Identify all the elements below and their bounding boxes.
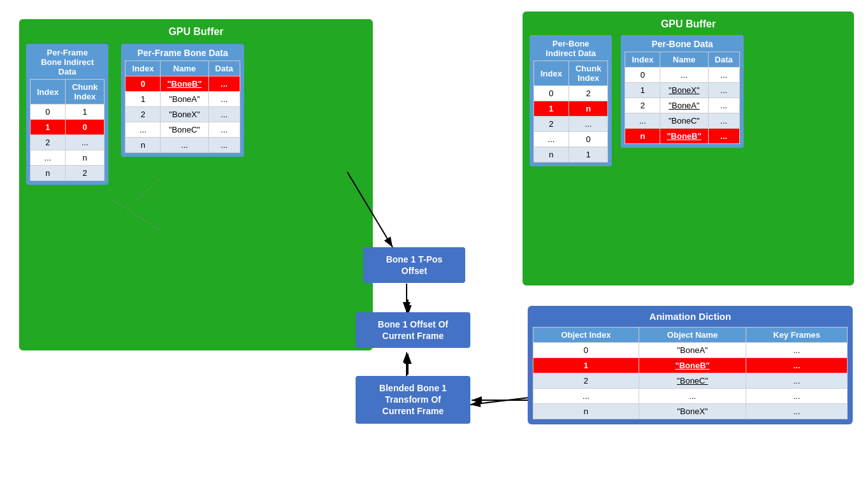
- table-row: 0 "BoneA" ...: [533, 343, 848, 358]
- cell: "BoneX": [639, 404, 746, 419]
- left-frame-data-box: Per-Frame Bone Data Index Name Data: [121, 44, 243, 157]
- left-indirect-title: Per-FrameBone IndirectData: [30, 48, 105, 76]
- table-row: 1 "BoneB" ...: [533, 358, 848, 373]
- cell: 0: [534, 86, 569, 101]
- cell: n: [533, 404, 639, 419]
- cell: ...: [534, 132, 569, 147]
- th-index: Index: [625, 52, 660, 68]
- right-bone-data-box: Per-Bone Data Index Name Data: [621, 35, 743, 148]
- left-indirect-table-box: Per-FrameBone IndirectData Index ChunkIn…: [26, 44, 108, 185]
- left-frame-data-title: Per-Frame Bone Data: [125, 48, 240, 58]
- cell: 2: [568, 86, 607, 101]
- table-row: n ... ...: [126, 138, 240, 153]
- th-object-name: Object Name: [639, 328, 746, 343]
- blended-bone-label: Blended Bone 1Transform OfCurrent Frame: [379, 383, 447, 416]
- cell: ...: [746, 373, 848, 389]
- cell: ...: [639, 389, 746, 404]
- cell: "BoneC": [660, 113, 708, 129]
- cell: ...: [746, 343, 848, 358]
- cell: 2: [126, 107, 161, 122]
- cell: 2: [533, 373, 639, 389]
- svg-line-9: [470, 398, 529, 405]
- cell: 0: [625, 68, 660, 83]
- table-row: 2 ...: [31, 135, 105, 150]
- left-indirect-header-chunk: ChunkIndex: [65, 80, 104, 105]
- cell: "BoneB": [660, 129, 708, 144]
- left-gpu-buffer-title: GPU Buffer: [26, 26, 366, 38]
- cell: "BoneA": [161, 92, 208, 107]
- cell: ...: [31, 150, 66, 166]
- cell: 2: [625, 98, 660, 113]
- right-indirect-table: Index ChunkIndex 0 2 1 n: [533, 61, 608, 162]
- left-gpu-buffer: GPU Buffer Per-FrameBone IndirectData In…: [19, 19, 373, 350]
- table-row: 1 "BoneX" ...: [625, 83, 739, 98]
- th-data: Data: [708, 52, 739, 68]
- th-key-frames: Key Frames: [746, 328, 848, 343]
- cell: 1: [126, 92, 161, 107]
- th-name: Name: [161, 61, 208, 76]
- cell: n: [534, 147, 569, 162]
- bone-tpos-offset-box: Bone 1 T-PosOffset: [363, 247, 465, 283]
- cell: ...: [708, 113, 739, 129]
- table-row: 0 2: [534, 86, 608, 101]
- right-indirect-table-box: Per-BoneIndirect Data Index ChunkIndex 0: [530, 35, 612, 166]
- cell: ...: [660, 68, 708, 83]
- cell: ...: [208, 76, 240, 92]
- cell: ...: [533, 389, 639, 404]
- cell: "BoneC": [161, 122, 208, 138]
- table-row: 0 ... ...: [625, 68, 739, 83]
- cell: 1: [625, 83, 660, 98]
- th-data: Data: [208, 61, 240, 76]
- diagram-container: GPU Buffer Per-FrameBone IndirectData In…: [0, 0, 868, 483]
- cell: ...: [65, 135, 104, 150]
- cell: ...: [208, 122, 240, 138]
- table-row: n "BoneX" ...: [533, 404, 848, 419]
- table-row: ... ... ...: [533, 389, 848, 404]
- cell: 2: [65, 166, 104, 181]
- table-row: 2 "BoneA" ...: [625, 98, 739, 113]
- table-row: n "BoneB" ...: [625, 129, 739, 144]
- th-name: Name: [660, 52, 708, 68]
- bone-tpos-offset-label: Bone 1 T-PosOffset: [386, 254, 443, 276]
- cell: n: [126, 138, 161, 153]
- right-gpu-buffer-title: GPU Buffer: [530, 18, 847, 30]
- cell: ...: [746, 358, 848, 373]
- right-bone-data-title: Per-Bone Data: [625, 39, 739, 49]
- cell: "BoneA": [639, 343, 746, 358]
- right-indirect-title: Per-BoneIndirect Data: [533, 39, 608, 58]
- cell: ...: [126, 122, 161, 138]
- th-index: Index: [534, 61, 569, 86]
- cell: n: [625, 129, 660, 144]
- cell: 1: [533, 358, 639, 373]
- table-row: 1 n: [534, 101, 608, 117]
- cell: "BoneB": [161, 76, 208, 92]
- table-row: 1 0: [31, 120, 105, 135]
- table-row: 2 "BoneC" ...: [533, 373, 848, 389]
- cell: ...: [161, 138, 208, 153]
- table-row: 1 "BoneA" ...: [126, 92, 240, 107]
- cell: 0: [533, 343, 639, 358]
- cell: n: [31, 166, 66, 181]
- cell: n: [568, 101, 607, 117]
- cell: "BoneA": [660, 98, 708, 113]
- cell: ...: [746, 389, 848, 404]
- cell: ...: [708, 98, 739, 113]
- cell: ...: [208, 107, 240, 122]
- cell: 1: [31, 120, 66, 135]
- cell: 0: [126, 76, 161, 92]
- cell: 2: [31, 135, 66, 150]
- table-row: 0 "BoneB" ...: [126, 76, 240, 92]
- cell: "BoneB": [639, 358, 746, 373]
- th-chunk: ChunkIndex: [568, 61, 607, 86]
- cell: ...: [708, 68, 739, 83]
- cell: ...: [568, 117, 607, 132]
- anim-dict-table: Object Index Object Name Key Frames 0 "B…: [533, 327, 848, 419]
- th-index: Index: [126, 61, 161, 76]
- cell: ...: [625, 113, 660, 129]
- bone-offset-current-frame-box: Bone 1 Offset OfCurrent Frame: [356, 312, 470, 348]
- table-row: 0 1: [31, 105, 105, 120]
- table-row: 2 ...: [534, 117, 608, 132]
- cell: "BoneX": [660, 83, 708, 98]
- left-frame-data-table: Index Name Data 0 "BoneB" ...: [125, 61, 240, 153]
- cell: "BoneC": [639, 373, 746, 389]
